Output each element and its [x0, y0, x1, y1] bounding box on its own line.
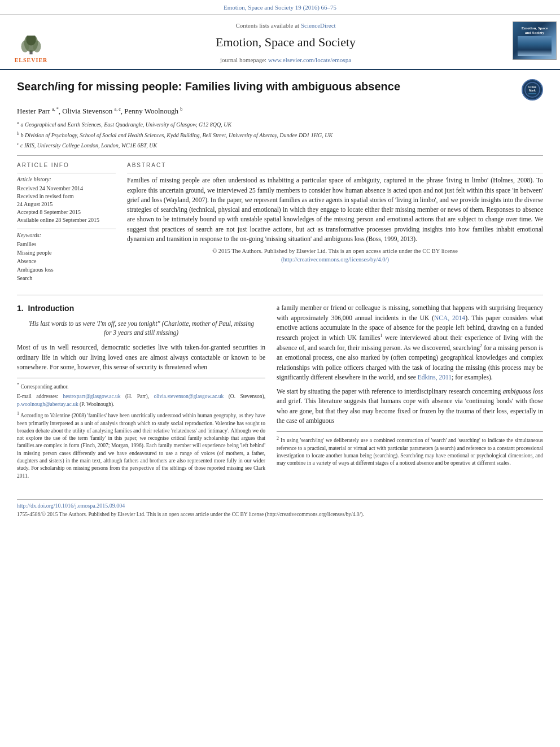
footer-copyright-text: 1755-4586/© 2015 The Authors. Published …	[17, 512, 364, 517]
doi-link[interactable]: http://dx.doi.org/10.1016/j.emospa.2015.…	[17, 503, 125, 509]
journal-cover-container: Emotion, Spaceand Society	[509, 19, 560, 69]
author-penny: Penny Woolnough	[124, 107, 178, 115]
abstract-label: ABSTRACT	[127, 161, 543, 169]
author-divider	[17, 155, 543, 156]
abstract-top-line	[127, 173, 543, 173]
footnote-corresponding-text: Corresponding author.	[20, 384, 68, 390]
footnote-email: E-mail addresses: hestexparr@glasgow.ac.…	[17, 393, 265, 408]
journal-homepage-line: journal homepage: www.elsevier.com/locat…	[62, 56, 509, 64]
info-top-line	[17, 173, 116, 173]
citation-bar: Emotion, Space and Society 19 (2016) 66–…	[0, 0, 560, 15]
body-section: 1. Introduction 'His last words to us we…	[17, 303, 543, 482]
elsevier-wordmark: ELSEVIER	[15, 56, 48, 64]
keywords-group: Keywords: Families Missing people Absenc…	[17, 231, 116, 282]
article-title-section: Search/ing for missing people: Families …	[17, 79, 543, 101]
affiliation-a: a a Geographical and Earth Sciences, Eas…	[17, 120, 543, 129]
abstract-text: Families of missing people are often und…	[127, 176, 543, 244]
footnote-email-woolnough[interactable]: p.woolnough@abertay.ac.uk	[17, 401, 78, 407]
article-content: Search/ing for missing people: Families …	[0, 70, 560, 491]
footnote-1-text: According to Valentine (2008) 'families'…	[17, 413, 265, 478]
footnote-1-marker: 1	[17, 411, 19, 416]
section-1-title: 1. Introduction	[17, 303, 265, 314]
footnote-star-marker: *	[17, 382, 19, 387]
footnote-stevenson-name: (O. Stevenson),	[229, 394, 265, 399]
pull-quote-text: 'His last words to us were 'I'm off, see…	[28, 320, 254, 336]
received-date: Received 24 November 2014	[17, 185, 116, 193]
keyword-2: Missing people	[17, 249, 116, 257]
keyword-1: Families	[17, 241, 116, 248]
footnote-email-stevenson[interactable]: olivia.stevenson@glasgow.ac.uk	[154, 394, 224, 399]
available-online: Available online 28 September 2015	[17, 216, 116, 224]
svg-text:Mark: Mark	[529, 89, 536, 92]
author-olivia-sup: a, c	[115, 107, 121, 112]
info-abstract-section: ARTICLE INFO Article history: Received 2…	[17, 161, 543, 287]
cover-title: Emotion, Spaceand Society	[522, 26, 548, 36]
abstract-paragraph: Families of missing people are often und…	[127, 176, 543, 244]
contents-label: Contents lists available at	[235, 22, 299, 29]
footnote-1: 1 According to Valentine (2008) 'familie…	[17, 410, 265, 480]
footnote-2-marker: 2	[277, 436, 279, 441]
citation-text: Emotion, Space and Society 19 (2016) 66–…	[224, 4, 336, 11]
contents-available-line: Contents lists available at ScienceDirec…	[62, 21, 509, 30]
footnote-parr-name: (H. Parr),	[125, 394, 154, 399]
body-left-text: Most of us in well resourced, democratic…	[17, 343, 265, 372]
pull-quote: 'His last words to us were 'I'm off, see…	[28, 319, 254, 337]
article-info-label: ARTICLE INFO	[17, 161, 116, 169]
abstract-column: ABSTRACT Families of missing people are …	[127, 161, 543, 287]
article-history: Article history: Received 24 November 20…	[17, 176, 116, 224]
footnote-email-parr[interactable]: hestexparr@glasgow.ac.uk	[63, 394, 121, 399]
cc-license: © 2015 The Authors. Published by Elsevie…	[127, 247, 543, 264]
science-direct-link[interactable]: ScienceDirect	[301, 22, 336, 29]
body-right-text: a family member or friend or colleague i…	[277, 303, 543, 426]
keywords-label: Keywords:	[17, 231, 116, 239]
intro-paragraph-right-2: We start by situating the paper with ref…	[277, 387, 543, 426]
homepage-label: journal homepage:	[220, 56, 266, 63]
revised-date: 24 August 2015	[17, 200, 116, 208]
homepage-url[interactable]: www.elsevier.com/locate/emospa	[268, 56, 351, 63]
footnote-woolnough-name: (P. Woolnough).	[80, 401, 115, 407]
info-mid-line	[17, 229, 116, 229]
footnote-2-text: In using 'search/ing' we deliberately us…	[277, 438, 543, 466]
journal-title: Emotion, Space and Society	[62, 34, 509, 51]
cc-license-link[interactable]: (http://creativecommons.org/licenses/by/…	[281, 256, 389, 263]
nca-link[interactable]: NCA, 2014	[434, 314, 465, 321]
journal-header: ELSEVIER Contents lists available at Sci…	[0, 15, 560, 70]
accepted-date: Accepted 8 September 2015	[17, 208, 116, 216]
author-penny-sup: b	[180, 107, 182, 112]
author-olivia: Olivia Stevenson	[62, 107, 112, 115]
body-left-column: 1. Introduction 'His last words to us we…	[17, 303, 265, 482]
footer-doi: http://dx.doi.org/10.1016/j.emospa.2015.…	[17, 502, 543, 510]
page-footer: http://dx.doi.org/10.1016/j.emospa.2015.…	[17, 499, 543, 518]
crossmark-icon: Cross Mark	[524, 82, 540, 98]
keyword-4: Ambiguous loss	[17, 266, 116, 274]
footnote-2-section: 2 In using 'search/ing' we deliberately …	[277, 431, 543, 467]
history-label: Article history:	[17, 176, 116, 184]
journal-cover-image: Emotion, Spaceand Society	[513, 21, 557, 60]
article-title: Search/ing for missing people: Families …	[17, 79, 516, 94]
journal-header-center: Contents lists available at ScienceDirec…	[62, 19, 509, 69]
footnote-2: 2 In using 'search/ing' we deliberately …	[277, 435, 543, 467]
affiliation-c: c c IRIS, University College London, Lon…	[17, 141, 543, 150]
authors-line: Hester Parr a, *, Olivia Stevenson a, c,…	[17, 106, 543, 117]
keywords-list: Families Missing people Absence Ambiguou…	[17, 241, 116, 282]
footer-copyright: 1755-4586/© 2015 The Authors. Published …	[17, 511, 543, 518]
section-1-number: 1.	[17, 304, 24, 313]
keyword-3: Absence	[17, 257, 116, 265]
received-revised-label: Received in revised form	[17, 193, 116, 200]
footnote-corresponding: * Corresponding author.	[17, 382, 265, 391]
body-divider	[17, 295, 543, 295]
elsevier-logo-container: ELSEVIER	[0, 19, 62, 69]
copyright-text: © 2015 The Authors. Published by Elsevie…	[212, 248, 458, 254]
footnotes-section: * Corresponding author. E-mail addresses…	[17, 378, 265, 480]
page: Emotion, Space and Society 19 (2016) 66–…	[0, 0, 560, 747]
keyword-5: Search	[17, 274, 116, 282]
section-1-label: Introduction	[28, 304, 75, 313]
elsevier-tree-icon	[14, 36, 48, 55]
intro-paragraph-1: Most of us in well resourced, democratic…	[17, 343, 265, 372]
affiliation-b: b b Division of Psychology, School of So…	[17, 130, 543, 139]
article-info-column: ARTICLE INFO Article history: Received 2…	[17, 161, 116, 287]
intro-paragraph-right-1: a family member or friend or colleague i…	[277, 303, 543, 382]
edkins-link[interactable]: Edkins, 2011	[418, 374, 452, 381]
author-hester: Hester Parr	[17, 107, 50, 115]
footnote-email-label: E-mail addresses:	[17, 394, 63, 399]
